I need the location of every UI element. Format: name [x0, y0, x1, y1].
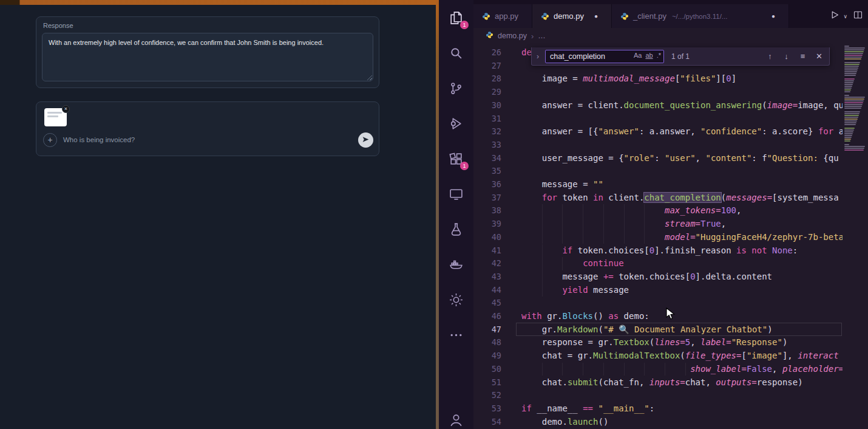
activity-bar: 11: [439, 0, 473, 429]
code-line[interactable]: max_tokens=100,: [473, 204, 843, 218]
split-editor-button[interactable]: [853, 10, 863, 22]
add-file-button[interactable]: +: [43, 133, 57, 147]
minimap-line: [844, 47, 865, 49]
editor-actions: ∨: [830, 4, 868, 28]
code-line[interactable]: [473, 112, 843, 126]
code-line[interactable]: message = "": [473, 178, 843, 191]
code-line[interactable]: [473, 297, 843, 310]
code-line[interactable]: [473, 389, 843, 402]
code-line[interactable]: image = multimodal_message["files"][0]: [473, 72, 843, 86]
tab-bar: app.pydemo.py●_client.py~/.../python3.11…: [473, 0, 868, 28]
flask-icon: [449, 222, 464, 237]
regex-toggle[interactable]: .*: [657, 52, 661, 59]
minimap-line: [844, 111, 860, 112]
activity-item-extensions[interactable]: 1: [439, 141, 473, 176]
modified-dot-icon[interactable]: ●: [771, 13, 775, 19]
run-dropdown-chevron-icon[interactable]: ∨: [843, 13, 847, 19]
python-icon: [482, 12, 490, 21]
minimap-line: [844, 80, 854, 81]
code-line[interactable]: gr.Markdown("# 🔍 Document Analyzer Chatb…: [473, 323, 843, 337]
indent-guide: [542, 218, 543, 231]
python-icon: [620, 12, 629, 21]
code-line[interactable]: response = gr.Textbox(lines=5, label="Re…: [473, 336, 843, 349]
modified-dot-icon[interactable]: ●: [594, 13, 598, 19]
editor-main: app.pydemo.py●_client.py~/.../python3.11…: [473, 0, 868, 429]
tab-label: app.py: [495, 12, 518, 21]
activity-item-explorer[interactable]: 1: [439, 0, 473, 35]
indent-guide: [603, 363, 604, 376]
attachment-thumbnail[interactable]: ×: [44, 108, 67, 126]
breadcrumb[interactable]: demo.py › …: [473, 28, 868, 44]
indent-guide: [644, 363, 645, 376]
response-textarea[interactable]: With an extremely high level of confiden…: [42, 33, 373, 81]
tab-_client.py[interactable]: _client.py~/.../python3.11/...●: [612, 4, 789, 28]
minimap[interactable]: [843, 44, 868, 429]
indent-guide: [542, 244, 543, 258]
code-line[interactable]: if token.choices[0].finish_reason is not…: [473, 244, 843, 258]
previous-match-button[interactable]: ↑: [764, 52, 776, 61]
code-line[interactable]: chat.submit(chat_fn, inputs=chat, output…: [473, 376, 843, 390]
minimap-line: [844, 78, 855, 80]
breadcrumb-separator-icon: ›: [531, 32, 534, 41]
code-line[interactable]: for token in client.chat_completion(mess…: [473, 191, 843, 205]
activity-item-more-views[interactable]: [439, 317, 473, 352]
indent-guide: [624, 204, 625, 218]
run-python-file-button[interactable]: [830, 10, 840, 22]
toggle-replace-chevron-icon[interactable]: ›: [534, 52, 541, 61]
code-line[interactable]: with gr.Blocks() as demo:: [473, 310, 843, 323]
send-button[interactable]: [358, 132, 373, 148]
code-line[interactable]: if __name__ == "__main__":: [473, 402, 843, 416]
debug-icon: [449, 116, 464, 131]
code-line[interactable]: [473, 139, 843, 152]
code-line[interactable]: message += token.choices[0].delta.conten…: [473, 270, 843, 284]
code-line[interactable]: chat = gr.MultimodalTextbox(file_types=[…: [473, 349, 843, 363]
chat-input-placeholder[interactable]: Who is being invoiced?: [63, 136, 135, 143]
code-line[interactable]: model="HuggingFaceH4/zephyr-7b-beta: [473, 231, 843, 244]
code-line[interactable]: yield message: [473, 284, 843, 297]
tab-description: ~/.../python3.11/...: [672, 13, 728, 20]
match-case-toggle[interactable]: Aa: [634, 52, 642, 59]
minimap-line: [844, 100, 864, 101]
find-in-selection-button[interactable]: ≡: [796, 52, 809, 61]
next-match-button[interactable]: ↓: [780, 52, 793, 61]
code-line[interactable]: user_message = {"role": "user", "content…: [473, 152, 843, 165]
activity-item-source-control[interactable]: [439, 70, 473, 106]
minimap-line: [844, 133, 853, 134]
minimap-line: [844, 106, 862, 107]
code-line[interactable]: [473, 165, 843, 178]
code-editor[interactable]: 2627282930313233343536373839404142434445…: [473, 44, 868, 429]
activity-item-testing[interactable]: [439, 211, 473, 247]
activity-item-run-debug[interactable]: [439, 106, 473, 141]
activity-item-settings-tools[interactable]: [439, 282, 473, 317]
breadcrumb-symbol[interactable]: …: [538, 32, 546, 40]
code-line[interactable]: answer = [{"answer": a.answer, "confiden…: [473, 125, 843, 139]
activity-item-account[interactable]: [439, 402, 473, 429]
minimap-line: [844, 118, 858, 120]
code-line[interactable]: [473, 86, 843, 99]
tab-demo.py[interactable]: demo.py●: [532, 4, 612, 28]
code-line[interactable]: stream=True,: [473, 218, 843, 231]
tab-app.py[interactable]: app.py: [473, 4, 532, 28]
indent-guide: [583, 218, 583, 231]
indent-guide: [583, 363, 583, 376]
indent-guide: [603, 204, 604, 218]
screen: Response With an extremely high level of…: [0, 0, 868, 429]
minimap-line: [844, 91, 850, 92]
whole-word-toggle[interactable]: ab: [645, 52, 653, 59]
close-find-button[interactable]: ✕: [813, 52, 826, 61]
minimap-line: [844, 124, 856, 125]
minimap-line: [844, 66, 859, 67]
remove-attachment-button[interactable]: ×: [62, 105, 70, 113]
activity-item-docker[interactable]: [439, 247, 473, 282]
find-input-wrap: Aa ab .*: [545, 50, 664, 63]
code-line[interactable]: continue: [473, 257, 843, 270]
activity-item-remote-explorer[interactable]: [439, 176, 473, 211]
code-line[interactable]: answer = client.document_question_answer…: [473, 99, 843, 112]
minimap-line: [844, 95, 849, 96]
minimap-line: [844, 82, 853, 83]
code-line[interactable]: demo.launch(): [473, 416, 843, 429]
code-line[interactable]: show_label=False, placeholder=: [473, 363, 843, 376]
minimap-line: [844, 86, 852, 87]
breadcrumb-file[interactable]: demo.py: [498, 32, 527, 40]
activity-item-search[interactable]: [439, 35, 473, 70]
